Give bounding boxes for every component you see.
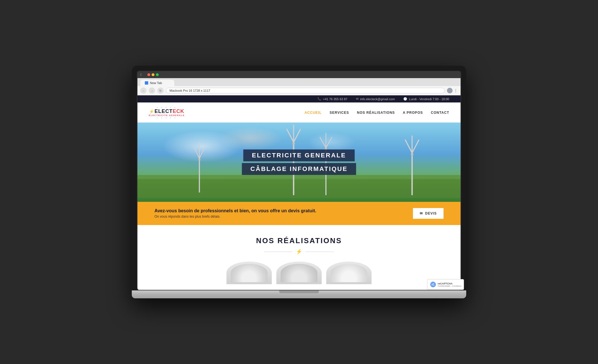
cta-bar: Avez-vous besoin de professionnels et bi… [137,202,461,225]
nav-item-apropos[interactable]: A PROPOS [403,110,423,115]
recaptcha-badge: rC reCAPTCHA Confidentialité - Condition… [427,279,461,290]
divider-bolt-icon: ⚡ [296,249,302,255]
website-content: 📞 +41 76 355 63 87 ✉ info.electeck@gmail… [137,95,461,290]
nav-link-accueil[interactable]: ACCUEIL [305,111,322,115]
svg-line-15 [326,137,332,148]
realisations-section: NOS RÉALISATIONS ⚡ [137,225,461,290]
cta-main-text: Avez-vous besoin de professionnels et bi… [154,208,316,213]
thumb-inner-1 [231,264,268,282]
minimize-dot[interactable] [152,73,154,76]
tab-label: New Tab [150,81,162,85]
logo-text: ELECTECK [154,108,184,114]
browser-actions: ⋮ [447,88,458,93]
recaptcha-logo: rC [430,281,436,288]
email-address: info.electeck@gmail.com [360,97,395,101]
laptop-shell:  New Tab ← → ↻ Macbook Pro 16 1728 x 11… [132,66,466,298]
logo: · · · · · ⚡ ELECTECK ELECTRICITE GENERAL… [149,106,185,119]
nav-link-apropos[interactable]: A PROPOS [403,111,423,115]
nav-item-realisations[interactable]: NOS RÉALISATIONS [357,110,395,115]
svg-line-14 [320,137,326,148]
address-text: Macbook Pro 16 1728 x 1117 [169,89,210,92]
title-divider: ⚡ [154,249,444,255]
nav-links: ACCUEIL SERVICES NOS RÉALISATIONS A PROP… [305,110,449,115]
recaptcha-sub: Confidentialité - Conditions [438,285,461,287]
cta-sub-text: On vous réponds dans les plus brefs déla… [154,215,316,219]
gallery-thumb-2[interactable] [276,262,322,284]
svg-line-5 [200,147,205,159]
tab-favicon [145,81,148,85]
nav-link-services[interactable]: SERVICES [330,111,349,115]
nav-item-contact[interactable]: CONTACT [431,110,449,115]
back-button[interactable]: ← [140,87,147,94]
forward-button[interactable]: → [149,87,155,94]
close-dot[interactable] [147,73,150,76]
gallery-row [154,262,444,284]
recaptcha-label: reCAPTCHA [438,282,461,285]
os-bar:  [137,71,461,78]
address-bar[interactable]: Macbook Pro 16 1728 x 1117 [166,88,445,93]
email-info: ✉ info.electeck@gmail.com [356,97,395,101]
thumb-inner-2 [281,264,317,282]
nav-bar: · · · · · ⚡ ELECTECK ELECTRICITE GENERAL… [137,102,461,123]
user-avatar[interactable] [447,88,453,93]
clock-icon: 🕐 [403,97,407,101]
apple-icon:  [140,73,141,77]
browser-chrome: New Tab ← → ↻ Macbook Pro 16 1728 x 1117… [137,78,461,95]
nav-link-realisations[interactable]: NOS RÉALISATIONS [357,111,395,115]
logo-rays-bottom: · · · · · [157,116,177,119]
devis-button[interactable]: ✉ DEVIS [413,208,444,219]
phone-icon: 📞 [317,97,321,101]
laptop-base [132,290,466,298]
hero-line2: CÂBLAGE INFORMATIQUE [242,163,356,175]
browser-tab[interactable]: New Tab [140,80,174,86]
nav-item-services[interactable]: SERVICES [330,110,349,115]
devis-label: DEVIS [425,211,437,215]
browser-tabs: New Tab [137,78,461,86]
maximize-dot[interactable] [156,73,159,76]
browser-toolbar: ← → ↻ Macbook Pro 16 1728 x 1117 ⋮ [137,86,461,95]
divider-left [264,252,292,252]
logo-subtitle: ELECTRICITE GENERALE [149,114,185,116]
logo-area: · · · · · ⚡ ELECTECK ELECTRICITE GENERAL… [149,106,185,119]
phone-number: +41 76 355 63 87 [323,97,347,101]
laptop-screen:  New Tab ← → ↻ Macbook Pro 16 1728 x 11… [137,71,461,290]
hours-info: 🕐 Lundi - Vendredi 7:00 - 18:00 [403,97,449,101]
svg-line-9 [287,129,294,142]
nav-link-contact[interactable]: CONTACT [431,111,449,115]
svg-line-19 [405,140,412,153]
nav-item-accueil[interactable]: ACCUEIL [305,110,322,115]
bolt-icon: ⚡ [149,109,154,114]
gallery-thumb-3[interactable] [326,262,372,284]
more-options-icon[interactable]: ⋮ [454,88,458,93]
thumb-inner-3 [330,264,367,282]
hero-text: ELECTRICITE GENERALE CÂBLAGE INFORMATIQU… [242,149,356,175]
top-info-bar: 📞 +41 76 355 63 87 ✉ info.electeck@gmail… [137,95,461,102]
divider-right [306,252,334,252]
hero-section: ELECTRICITE GENERALE CÂBLAGE INFORMATIQU… [137,123,461,202]
refresh-button[interactable]: ↻ [157,87,164,94]
gallery-thumb-1[interactable] [226,262,272,284]
svg-text:rC: rC [432,283,435,286]
svg-line-20 [412,140,419,153]
email-icon-btn: ✉ [420,211,423,215]
phone-info: 📞 +41 76 355 63 87 [317,97,347,101]
cta-text-area: Avez-vous besoin de professionnels et bi… [154,208,316,219]
svg-line-4 [194,147,200,159]
recaptcha-text: reCAPTCHA Confidentialité - Conditions [438,282,461,287]
realisations-title: NOS RÉALISATIONS [154,236,444,245]
hero-line1: ELECTRICITE GENERALE [243,149,355,161]
email-icon: ✉ [356,97,359,101]
business-hours: Lundi - Vendredi 7:00 - 18:00 [409,97,449,101]
svg-line-10 [294,129,300,142]
